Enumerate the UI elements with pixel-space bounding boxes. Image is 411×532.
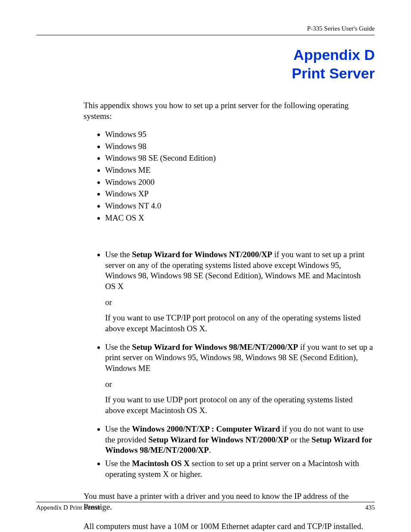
or-text: or bbox=[105, 297, 373, 308]
title-line1: Appendix D bbox=[293, 47, 375, 63]
intro-paragraph: This appendix shows you how to set up a … bbox=[84, 100, 373, 121]
wizard-name-bold: Setup Wizard for Windows 98/ME/NT/2000/X… bbox=[132, 342, 298, 352]
wizard-item-98me: Use the Setup Wizard for Windows 98/ME/N… bbox=[105, 341, 373, 423]
appendix-title: Appendix D Print Server bbox=[36, 46, 375, 82]
wizard-name-bold: Setup Wizard for Windows NT/2000/XP bbox=[148, 435, 289, 444]
guide-title: P-335 Series User's Guide bbox=[307, 25, 375, 32]
os-item: MAC OS X bbox=[105, 212, 373, 224]
os-item: Windows ME bbox=[105, 164, 373, 176]
wizard-item-nt2000xp: Use the Setup Wizard for Windows NT/2000… bbox=[105, 248, 373, 341]
body-content: This appendix shows you how to set up a … bbox=[84, 100, 373, 532]
text: . bbox=[209, 445, 211, 454]
text: Use the bbox=[105, 250, 132, 259]
wizard-name-bold: Windows 2000/NT/XP : Computer Wizard bbox=[132, 424, 280, 433]
sub-condition: If you want to use UDP port protocol on … bbox=[105, 395, 373, 416]
os-item: Windows XP bbox=[105, 188, 373, 200]
wizard-item-computer-wizard: Use the Windows 2000/NT/XP : Computer Wi… bbox=[105, 423, 373, 457]
text: or the bbox=[289, 435, 311, 444]
footer-left: Appendix D Print Server bbox=[36, 504, 101, 511]
wizard-list: Use the Setup Wizard for Windows NT/2000… bbox=[105, 248, 373, 481]
closing-paragraph-2: All computers must have a 10M or 100M Et… bbox=[84, 521, 373, 532]
page-footer: Appendix D Print Server 435 bbox=[36, 502, 375, 511]
text: Use the bbox=[105, 424, 132, 433]
page-header: P-335 Series User's Guide bbox=[36, 22, 375, 35]
or-text: or bbox=[105, 379, 373, 390]
os-item: Windows 98 SE (Second Edition) bbox=[105, 152, 373, 165]
wizard-name-bold: Macintosh OS X bbox=[132, 459, 190, 468]
os-item: Windows NT 4.0 bbox=[105, 200, 373, 212]
page-container: P-335 Series User's Guide Appendix D Pri… bbox=[0, 0, 411, 532]
text: Use the bbox=[105, 459, 132, 468]
title-line2: Print Server bbox=[292, 65, 375, 81]
os-list: Windows 95 Windows 98 Windows 98 SE (Sec… bbox=[105, 128, 373, 224]
footer-page-number: 435 bbox=[365, 504, 375, 511]
os-item: Windows 2000 bbox=[105, 176, 373, 188]
sub-condition: If you want to use TCP/IP port protocol … bbox=[105, 313, 373, 334]
os-item: Windows 95 bbox=[105, 128, 373, 140]
wizard-item-macintosh: Use the Macintosh OS X section to set up… bbox=[105, 457, 373, 481]
wizard-name-bold: Setup Wizard for Windows NT/2000/XP bbox=[132, 250, 272, 259]
os-item: Windows 98 bbox=[105, 140, 373, 152]
text: Use the bbox=[105, 342, 132, 352]
